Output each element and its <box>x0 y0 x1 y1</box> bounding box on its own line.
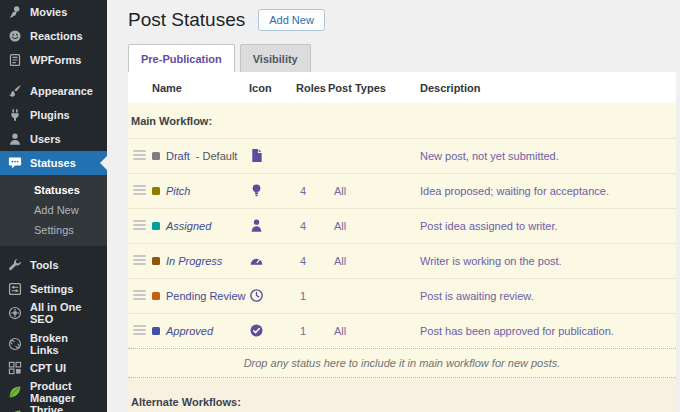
sidebar-item-settings[interactable]: Settings <box>0 277 107 301</box>
drag-handle-icon[interactable] <box>133 288 146 302</box>
statuses-submenu: StatusesAdd NewSettings <box>0 175 107 246</box>
roles-count: 4 <box>296 220 328 232</box>
status-color-bullet <box>152 187 160 195</box>
dashboard-icon <box>249 253 264 268</box>
status-description: Post is awaiting review. <box>420 290 676 302</box>
sidebar-item-thrive-dashboard[interactable]: Thrive Dashboard <box>0 404 107 412</box>
sidebar-item-users[interactable]: Users <box>0 127 107 151</box>
admin-sidebar: Movies Reactions WPForms Appearance Plug… <box>0 0 107 412</box>
check-circle-icon <box>249 323 264 338</box>
users-icon <box>8 132 22 146</box>
status-color-bullet <box>152 292 160 300</box>
pin-icon <box>8 5 22 19</box>
table-header-row: Name Icon Roles Post Types Description <box>128 72 676 103</box>
post-types-value: All <box>328 325 420 337</box>
app-window: Movies Reactions WPForms Appearance Plug… <box>0 0 680 412</box>
sidebar-item-movies[interactable]: Movies <box>0 0 107 24</box>
workflow-drop-zone[interactable]: Drop any status here to include it in ma… <box>128 348 676 378</box>
status-color-bullet <box>152 327 160 335</box>
form-icon <box>8 53 22 67</box>
status-name-link[interactable]: Assigned <box>166 220 211 232</box>
column-header-roles: Roles <box>296 82 328 94</box>
drag-handle-icon[interactable] <box>133 218 146 232</box>
status-color-bullet <box>152 222 160 230</box>
lightbulb-icon <box>249 183 264 198</box>
status-description: Idea proposed; waiting for acceptance. <box>420 185 676 197</box>
sidebar-item-appearance[interactable]: Appearance <box>0 79 107 103</box>
sidebar-item-plugins[interactable]: Plugins <box>0 103 107 127</box>
status-description: New post, not yet submitted. <box>420 150 676 162</box>
status-row: Pending Review 1 Post is awaiting review… <box>128 278 676 313</box>
status-row: Draft - Default New post, not yet submit… <box>128 138 676 173</box>
status-row: In Progress 4 All Writer is working on t… <box>128 243 676 278</box>
tab-bar: Pre-Publication Visibility <box>128 44 676 72</box>
drag-handle-icon[interactable] <box>133 148 146 162</box>
status-name-link[interactable]: In Progress <box>166 255 222 267</box>
submenu-item-statuses[interactable]: Statuses <box>0 180 107 200</box>
submenu-item-add-new[interactable]: Add New <box>0 200 107 220</box>
sliders-icon <box>8 282 22 296</box>
status-name-link[interactable]: Pending Review <box>166 290 246 302</box>
post-types-value: All <box>328 255 420 267</box>
table-body: Main Workflow: Draft - Default New post,… <box>128 103 676 378</box>
tab-visibility[interactable]: Visibility <box>240 44 311 72</box>
grid-icon <box>8 361 22 375</box>
page-header: Post Statuses Add New Pre-Publication Vi… <box>107 0 680 72</box>
page-title: Post Statuses <box>128 9 245 31</box>
seo-gear-icon <box>8 306 22 320</box>
sidebar-item-all-in-one-seo[interactable]: All in One SEO <box>0 301 107 325</box>
sidebar-menu-top: Movies Reactions WPForms Appearance Plug… <box>0 0 107 175</box>
status-default-suffix: - Default <box>196 150 238 162</box>
broken-link-icon <box>8 337 22 351</box>
chat-icon <box>8 156 22 170</box>
sidebar-item-product-manager[interactable]: Product Manager <box>0 380 107 404</box>
wrench-icon <box>8 258 22 272</box>
roles-count: 1 <box>296 290 328 302</box>
status-description: Post has been approved for publication. <box>420 325 676 337</box>
drag-handle-icon[interactable] <box>133 323 146 337</box>
clock-icon <box>249 288 264 303</box>
status-color-bullet <box>152 257 160 265</box>
brush-icon <box>8 84 22 98</box>
status-row: Approved 1 All Post has been approved fo… <box>128 313 676 348</box>
drag-handle-icon[interactable] <box>133 183 146 197</box>
sidebar-item-broken-links[interactable]: Broken Links <box>0 332 107 356</box>
plugin-icon <box>8 108 22 122</box>
roles-count: 1 <box>296 325 328 337</box>
column-header-name: Name <box>152 82 249 94</box>
status-rows: Draft - Default New post, not yet submit… <box>128 138 676 348</box>
sidebar-item-wpforms[interactable]: WPForms <box>0 48 107 72</box>
submenu-item-settings[interactable]: Settings <box>0 220 107 240</box>
statuses-table: Name Icon Roles Post Types Description M… <box>128 72 676 412</box>
sidebar-item-reactions[interactable]: Reactions <box>0 24 107 48</box>
status-row: Assigned 4 All Post idea assigned to wri… <box>128 208 676 243</box>
status-name-link[interactable]: Approved <box>166 325 213 337</box>
person-icon <box>249 218 264 233</box>
status-name-link[interactable]: Pitch <box>166 185 190 197</box>
status-color-bullet <box>152 152 160 160</box>
tab-pre-publication[interactable]: Pre-Publication <box>128 44 235 72</box>
leaf-icon <box>8 385 22 399</box>
status-description: Post idea assigned to writer. <box>420 220 676 232</box>
status-row: Pitch 4 All Idea proposed; waiting for a… <box>128 173 676 208</box>
post-types-value: All <box>328 220 420 232</box>
alternate-workflows-label: Alternate Workflows: <box>128 378 676 412</box>
status-description: Writer is working on the post. <box>420 255 676 267</box>
sidebar-item-statuses[interactable]: Statuses <box>0 151 107 175</box>
drag-handle-icon[interactable] <box>133 253 146 267</box>
sidebar-menu-bottom: Tools Settings All in One SEO Broken Lin… <box>0 253 107 412</box>
main-content: Post Statuses Add New Pre-Publication Vi… <box>107 0 680 412</box>
roles-count: 4 <box>296 255 328 267</box>
post-types-value: All <box>328 185 420 197</box>
document-icon <box>249 148 264 163</box>
smiley-icon <box>8 29 22 43</box>
column-header-icon: Icon <box>249 82 296 94</box>
column-header-description: Description <box>420 82 676 94</box>
add-new-button[interactable]: Add New <box>258 9 325 31</box>
main-workflow-label: Main Workflow: <box>128 103 676 138</box>
sidebar-item-tools[interactable]: Tools <box>0 253 107 277</box>
column-header-post-types: Post Types <box>328 82 420 94</box>
sidebar-item-cpt-ui[interactable]: CPT UI <box>0 356 107 380</box>
status-name-link[interactable]: Draft <box>166 150 190 162</box>
roles-count: 4 <box>296 185 328 197</box>
